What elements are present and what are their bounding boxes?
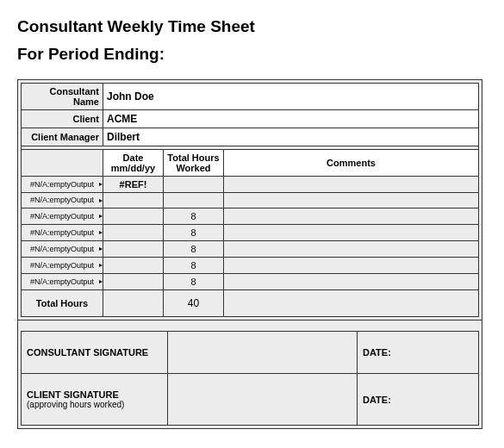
page-title: Consultant Weekly Time Sheet: [17, 17, 487, 36]
header-day: [22, 150, 103, 177]
hours-cell: 8: [164, 225, 224, 241]
comments-cell: [224, 225, 479, 241]
date-cell: [103, 208, 164, 225]
consultant-signature-label: CONSULTANT SIGNATURE: [22, 332, 168, 374]
consultant-name-value: John Doe: [103, 84, 479, 110]
day-cell: #N/A:emptyOutput▸: [22, 274, 103, 290]
comments-cell: [224, 241, 479, 258]
table-row: #N/A:emptyOutput▸ 8: [22, 274, 479, 290]
client-value: ACME: [103, 110, 479, 128]
hours-cell: 8: [164, 241, 224, 258]
consultant-name-label: Consultant Name: [22, 84, 103, 110]
day-cell: #N/A:emptyOutput▸: [22, 258, 103, 274]
hours-cell: [164, 177, 224, 193]
client-signature-space: [168, 374, 358, 426]
page-subtitle: For Period Ending:: [17, 45, 487, 64]
day-cell: #N/A:emptyOutput▸: [22, 241, 103, 258]
total-label: Total Hours: [22, 290, 103, 317]
day-cell: #N/A:emptyOutput▸: [22, 225, 103, 241]
table-row: #N/A:emptyOutput▸ 8: [22, 208, 479, 225]
consultant-signature-space: [168, 332, 358, 374]
total-comments: [224, 290, 479, 317]
comments-cell: [224, 258, 479, 274]
header-comments: Comments: [224, 150, 479, 177]
consultant-date-label: DATE:: [358, 332, 479, 374]
comments-cell: [224, 208, 479, 225]
client-signature-row: CLIENT SIGNATURE (approving hours worked…: [22, 374, 479, 426]
hours-cell: [164, 193, 224, 208]
comments-cell: [224, 274, 479, 290]
comments-cell: [224, 193, 479, 208]
total-date: [103, 290, 164, 317]
date-cell: #REF!: [103, 177, 164, 193]
hours-cell: 8: [164, 274, 224, 290]
info-row-manager: Client Manager Dilbert: [22, 128, 479, 146]
hours-cell: 8: [164, 208, 224, 225]
hours-cell: 8: [164, 258, 224, 274]
client-manager-label: Client Manager: [22, 128, 103, 146]
comments-cell: [224, 177, 479, 193]
client-label: Client: [22, 110, 103, 128]
day-cell: #N/A:emptyOutput▸: [22, 208, 103, 225]
table-row: #N/A:emptyOutput▸: [22, 193, 479, 208]
date-cell: [103, 241, 164, 258]
day-cell: #N/A:emptyOutput▸: [22, 193, 103, 208]
consultant-signature-row: CONSULTANT SIGNATURE DATE:: [22, 332, 479, 374]
table-header-row: Date mm/dd/yy Total Hours Worked Comment…: [22, 150, 479, 177]
date-cell: [103, 193, 164, 208]
client-manager-value: Dilbert: [103, 128, 479, 146]
info-row-client: Client ACME: [22, 110, 479, 128]
table-row: #N/A:emptyOutput▸ 8: [22, 258, 479, 274]
date-cell: [103, 258, 164, 274]
client-date-label: DATE:: [358, 374, 479, 426]
header-date: Date mm/dd/yy: [103, 150, 164, 177]
total-hours: 40: [164, 290, 224, 317]
table-row: #N/A:emptyOutput▸ 8: [22, 225, 479, 241]
table-row: #N/A:emptyOutput▸ #REF!: [22, 177, 479, 193]
date-cell: [103, 274, 164, 290]
day-cell: #N/A:emptyOutput▸: [22, 177, 103, 193]
table-row: #N/A:emptyOutput▸ 8: [22, 241, 479, 258]
info-row-consultant: Consultant Name John Doe: [22, 84, 479, 110]
client-signature-label: CLIENT SIGNATURE (approving hours worked…: [22, 374, 168, 426]
total-row: Total Hours 40: [22, 290, 479, 317]
date-cell: [103, 225, 164, 241]
header-hours: Total Hours Worked: [164, 150, 224, 177]
